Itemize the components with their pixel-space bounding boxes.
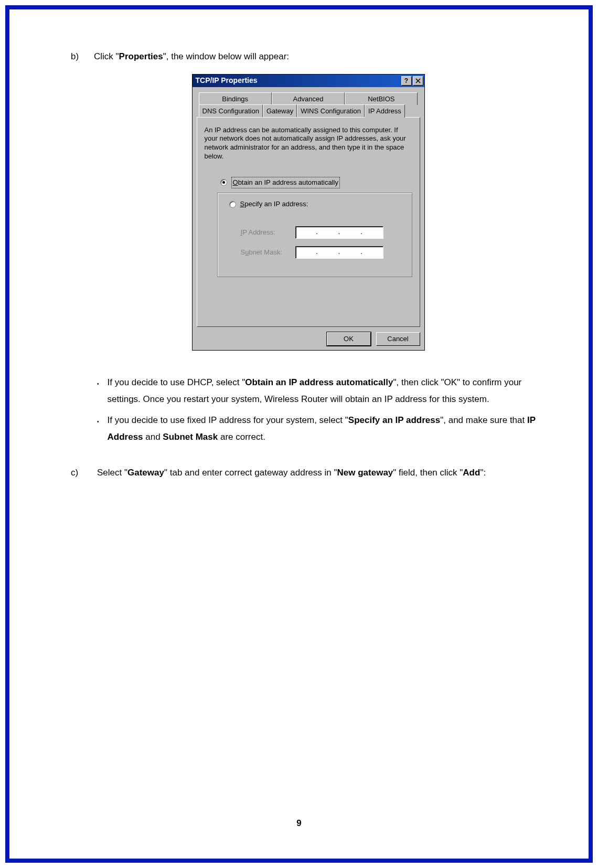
tab-ip-address[interactable]: IP Address: [365, 104, 405, 118]
radio-specify-label: Specify an IP address:: [240, 199, 308, 209]
page-number: 9: [0, 818, 598, 829]
step-b: b) Click "Properties", the window below …: [71, 50, 546, 63]
radio-obtain-auto-label: Obtain an IP address automatically: [231, 177, 340, 188]
radio-icon: [229, 201, 236, 208]
titlebar-title: TCP/IP Properties: [194, 75, 400, 86]
tab-dns-configuration[interactable]: DNS Configuration: [199, 104, 263, 118]
tab-panel: An IP address can be automatically assig…: [197, 117, 420, 327]
subnet-mask-label: Subnet Mask:: [241, 247, 295, 258]
step-b-text: Click "Properties", the window below wil…: [94, 50, 289, 63]
close-icon: [415, 78, 421, 83]
tab-bindings[interactable]: Bindings: [199, 92, 272, 105]
bullet-icon: •: [97, 379, 99, 408]
radio-icon: [220, 179, 227, 186]
ok-button[interactable]: OK: [327, 332, 371, 346]
tab-wins-configuration[interactable]: WINS Configuration: [297, 104, 365, 118]
specify-group: Specify an IP address: IP Address: ... S…: [217, 193, 412, 277]
tab-advanced[interactable]: Advanced: [272, 92, 345, 105]
step-c-label: c): [71, 464, 82, 481]
step-c-text: Select "Gateway" tab and enter correct g…: [97, 464, 486, 481]
dialog-buttons: OK Cancel: [197, 332, 420, 346]
ip-address-input[interactable]: ...: [295, 226, 383, 239]
bullets: • If you decide to use DHCP, select "Obt…: [97, 374, 546, 446]
help-button[interactable]: ?: [401, 76, 412, 86]
subnet-mask-input[interactable]: ...: [295, 246, 383, 259]
panel-description: An IP address can be automatically assig…: [205, 126, 412, 162]
bullet-icon: •: [97, 417, 99, 446]
subnet-mask-row: Subnet Mask: ...: [241, 246, 403, 259]
tabs-front-row: DNS Configuration Gateway WINS Configura…: [199, 104, 418, 118]
titlebar: TCP/IP Properties ?: [193, 75, 424, 87]
radio-specify[interactable]: Specify an IP address:: [229, 199, 312, 209]
step-c: c) Select "Gateway" tab and enter correc…: [71, 464, 546, 481]
ip-address-row: IP Address: ...: [241, 226, 403, 239]
ip-address-label: IP Address:: [241, 227, 295, 238]
bullet-dhcp: • If you decide to use DHCP, select "Obt…: [97, 374, 546, 408]
bullet-fixed-ip: • If you decide to use fixed IP address …: [97, 412, 546, 446]
tab-gateway[interactable]: Gateway: [263, 104, 297, 118]
tab-netbios[interactable]: NetBIOS: [345, 92, 418, 105]
cancel-button[interactable]: Cancel: [376, 332, 420, 346]
radio-obtain-auto[interactable]: Obtain an IP address automatically: [220, 177, 412, 188]
close-button[interactable]: [413, 76, 423, 86]
step-b-label: b): [71, 50, 82, 63]
tcpip-properties-dialog: TCP/IP Properties ? Bindings Advanced Ne…: [192, 74, 425, 351]
tabs-back-row: Bindings Advanced NetBIOS: [199, 92, 418, 105]
